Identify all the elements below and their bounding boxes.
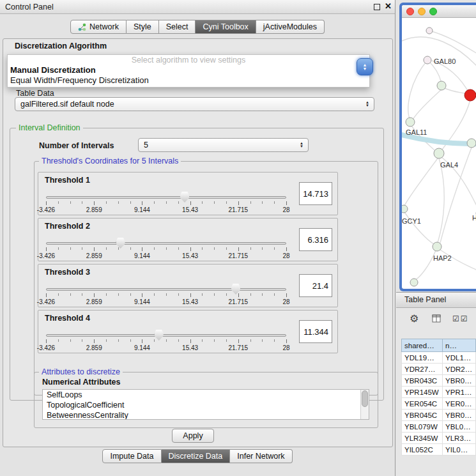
table-row[interactable]: YLR345WYLR3… [402, 433, 476, 444]
column-header-name[interactable]: n… [443, 339, 476, 352]
apply-button[interactable]: Apply [172, 429, 214, 443]
network-node[interactable] [433, 242, 441, 251]
tab-select[interactable]: Select [159, 20, 196, 34]
slider-track[interactable] [46, 196, 286, 199]
network-node[interactable] [434, 148, 444, 158]
zoom-traffic-light-icon[interactable] [429, 8, 437, 15]
table-row[interactable]: YDR27…YDR2… [402, 364, 476, 375]
list-scrollbar[interactable] [360, 390, 369, 419]
tab-impute-data[interactable]: Impute Data [102, 449, 161, 463]
slider-scale-label: 21.715 [229, 298, 249, 305]
numerical-attributes-list: SelfLoopsTopologicalCoefficientBetweenne… [42, 389, 369, 420]
number-of-intervals-value: 5 [144, 141, 148, 150]
slider-tick [106, 339, 107, 342]
tab-label: jActiveModules [263, 22, 317, 31]
slider-tick [82, 293, 82, 296]
table-panel-title: Table Panel [404, 295, 446, 304]
slider-track[interactable] [46, 288, 286, 291]
minimize-traffic-light-icon[interactable] [418, 8, 426, 15]
tab-label: Infer Network [237, 452, 284, 461]
tab-discretize-data[interactable]: Discretize Data [162, 449, 231, 463]
slider-track[interactable] [46, 242, 286, 245]
slider-tick [178, 339, 179, 342]
tab-network[interactable]: Network [70, 20, 127, 34]
node-label: HAP2 [433, 254, 452, 262]
control-panel: Control Panel ✕ Network Style Select [0, 0, 395, 476]
slider-tick [70, 201, 71, 204]
table-row[interactable]: YDL19…YDL1… [402, 352, 476, 364]
control-panel-titlebar: Control Panel ✕ [0, 0, 395, 14]
table-row[interactable]: YBR043CYBR0… [402, 375, 476, 387]
top-tab-bar: Network Style Select Cyni Toolbox jActiv… [0, 20, 395, 34]
tab-jactivemodules[interactable]: jActiveModules [256, 20, 325, 34]
network-node[interactable] [402, 205, 408, 213]
slider-tick [130, 247, 131, 250]
network-node[interactable] [426, 27, 433, 34]
threshold-label: Threshold 4 [45, 314, 90, 323]
algorithm-combo-arrows-button[interactable]: ▲▼ [357, 58, 373, 75]
slider-tick [46, 293, 47, 297]
close-traffic-light-icon[interactable] [406, 8, 414, 15]
chevron-down-icon: ▼ [363, 67, 367, 71]
threshold-value-field[interactable]: 11.344 [299, 320, 332, 343]
slider-thumb[interactable] [116, 238, 125, 249]
slider-track[interactable] [46, 334, 286, 337]
table-row[interactable]: YER054CYER0… [402, 398, 476, 410]
network-node[interactable] [437, 81, 446, 90]
network-node[interactable] [464, 89, 476, 101]
network-node[interactable] [410, 279, 418, 286]
algorithm-option-manual-discretization[interactable]: Manual Discretization [8, 65, 369, 75]
slider-tick [82, 339, 82, 342]
column-header-shared-name[interactable]: shared… [402, 339, 443, 352]
slider-tick [274, 201, 275, 204]
slider-tick [70, 247, 71, 250]
slider-tick [226, 339, 227, 342]
select-columns-checkboxes-icon[interactable]: ☑☑ [452, 314, 469, 323]
slider-scale-label: 2.859 [86, 344, 102, 351]
threshold-value-field[interactable]: 21.4 [299, 274, 332, 297]
threshold-value-field[interactable]: 14.713 [299, 182, 332, 205]
network-canvas[interactable]: GAL80GAL11GAL4GCY1HHAP2 [402, 18, 476, 289]
tab-label: Impute Data [110, 452, 153, 461]
float-window-icon[interactable] [374, 4, 380, 10]
network-node[interactable] [406, 118, 415, 127]
slider-scale-label: 28 [282, 344, 289, 351]
table-row[interactable]: YIL052CYIL0… [402, 444, 476, 456]
number-of-intervals-combobox[interactable]: 5 ▲▼ [138, 138, 309, 152]
scrollbar-thumb[interactable] [362, 390, 368, 407]
table-row[interactable]: YBL079WYBL0… [402, 421, 476, 433]
slider-tick [202, 247, 203, 250]
attribute-list-item[interactable]: TopologicalCoefficient [43, 400, 360, 410]
attribute-list-item[interactable]: SelfLoops [43, 390, 360, 400]
slider-tick [250, 201, 251, 204]
tab-infer-network[interactable]: Infer Network [230, 449, 292, 463]
slider-tick [142, 201, 142, 205]
close-icon[interactable]: ✕ [385, 1, 392, 11]
columns-icon[interactable] [432, 314, 441, 326]
attribute-list-item[interactable]: BetweennessCentrality [43, 410, 360, 420]
slider-tick [106, 247, 107, 250]
slider-thumb[interactable] [231, 284, 240, 295]
slider-tick [262, 201, 263, 204]
node-label: GAL80 [434, 58, 456, 65]
slider-thumb[interactable] [155, 330, 164, 341]
slider-tick [178, 247, 179, 250]
network-node[interactable] [467, 139, 476, 148]
tab-style[interactable]: Style [127, 20, 159, 34]
tab-cyni-toolbox[interactable]: Cyni Toolbox [196, 20, 256, 34]
algorithm-option-equal-width-frequency[interactable]: Equal Width/Frequency Discretization [8, 75, 369, 86]
table-row[interactable]: YPR145WYPR1… [402, 387, 476, 398]
slider-tick [166, 247, 167, 250]
slider-tick [202, 201, 203, 204]
slider-tick [286, 247, 287, 251]
table-data-combobox[interactable]: galFiltered.sif default node ▲▼ [15, 97, 374, 111]
threshold-value-field[interactable]: 6.316 [299, 228, 332, 251]
table-row[interactable]: YBR045CYBR0… [402, 410, 476, 421]
slider-tick [118, 201, 119, 204]
tab-label: Discretize Data [169, 452, 223, 461]
gear-icon[interactable]: ⚙ [410, 312, 418, 325]
network-node[interactable] [424, 56, 431, 64]
numerical-attributes-label: Numerical Attributes [42, 378, 120, 387]
slider-thumb[interactable] [180, 192, 189, 203]
slider-tick [94, 339, 95, 343]
